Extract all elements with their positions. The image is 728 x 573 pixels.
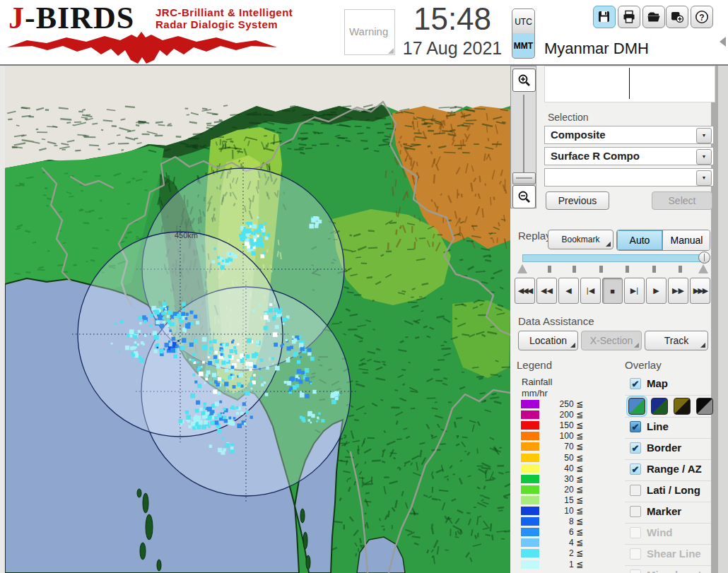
- fast-rewind-button[interactable]: ◀◀: [536, 278, 557, 304]
- legend-row: 6 ≦: [517, 528, 594, 538]
- overlay-item-range-az: ✔Range / AZ: [625, 460, 711, 481]
- svg-text:450km: 450km: [175, 231, 198, 240]
- fastest-rewind-button[interactable]: ◀◀◀: [515, 278, 535, 304]
- legend-color-swatch: [521, 400, 539, 408]
- print-button[interactable]: [618, 6, 640, 28]
- overlay-item-label: Border: [647, 442, 681, 454]
- legend-threshold: 250 ≦: [541, 399, 583, 409]
- help-button[interactable]: ?: [691, 6, 713, 28]
- timeline-tick: [573, 266, 576, 273]
- timeline-tick: [548, 266, 551, 273]
- legend-threshold: 70 ≦: [541, 442, 583, 451]
- legend-row: 30 ≦: [517, 475, 594, 485]
- previous-button[interactable]: Previous: [546, 191, 609, 210]
- overlay-item-lati-long: Lati / Long: [625, 481, 711, 502]
- checkbox[interactable]: ✔: [630, 378, 641, 389]
- product-category-dropdown[interactable]: Composite ▼: [544, 126, 714, 144]
- legend-color-swatch: [521, 421, 539, 430]
- zoom-slider-track[interactable]: [523, 95, 524, 175]
- replay-timeline-track[interactable]: [522, 254, 709, 262]
- chevron-down-icon[interactable]: ▼: [696, 149, 712, 165]
- menu-fold-icon: [634, 343, 639, 348]
- legend-row: 4 ≦: [517, 538, 594, 548]
- legend-label: Legend: [517, 359, 552, 371]
- checkbox[interactable]: [630, 506, 641, 517]
- play-reverse-button[interactable]: ◀: [558, 278, 579, 304]
- overlay-item-label: Shear Line: [647, 548, 701, 560]
- eagle-logo-icon: [6, 31, 280, 64]
- panel-collapse-arrow-icon[interactable]: [720, 37, 726, 47]
- x-section-button[interactable]: X-Section: [581, 331, 642, 350]
- chevron-down-icon[interactable]: ▼: [696, 170, 712, 186]
- step-forward-button[interactable]: ▶|: [624, 278, 645, 304]
- manual-mode-button[interactable]: Manual: [664, 230, 710, 250]
- fastest-forward-button[interactable]: ▶▶▶: [690, 278, 710, 304]
- product-type-dropdown[interactable]: Surface R Compo ▼: [544, 147, 714, 165]
- legend-row: 50 ≦: [517, 454, 594, 463]
- legend-threshold: 4 ≦: [541, 538, 583, 548]
- fast-forward-button[interactable]: ▶▶: [668, 278, 688, 304]
- timeline-end-marker[interactable]: [698, 264, 708, 273]
- zoom-out-button[interactable]: [512, 185, 536, 208]
- overlay-item-label: Lati / Long: [647, 484, 700, 496]
- add-window-button[interactable]: [666, 6, 688, 28]
- track-button[interactable]: Track: [645, 331, 708, 350]
- map-style-swatch-2[interactable]: [651, 398, 668, 415]
- select-button[interactable]: Select: [652, 191, 712, 210]
- legend-row: 1 ≦: [517, 560, 594, 570]
- timeline-tick: [652, 266, 656, 273]
- map-style-swatch-1[interactable]: [628, 398, 645, 415]
- radar-map-canvas[interactable]: 450km: [5, 66, 510, 573]
- site-info-box[interactable]: [544, 66, 715, 102]
- utc-timezone-button[interactable]: UTC: [512, 8, 535, 34]
- timeline-tick: [679, 266, 682, 273]
- legend-color-swatch: [521, 549, 539, 557]
- overlay-item-border: ✔Border: [625, 439, 711, 460]
- save-button[interactable]: [593, 6, 616, 28]
- legend-threshold: 20 ≦: [541, 485, 583, 495]
- legend-color-swatch: [521, 442, 539, 451]
- overlay-item-label: Line: [647, 420, 669, 432]
- replay-label: Replay: [518, 230, 551, 242]
- window-right-margin: [718, 66, 728, 573]
- stop-button[interactable]: ■: [602, 278, 623, 304]
- map-style-swatch-3[interactable]: [674, 398, 691, 415]
- checkbox[interactable]: ✔: [630, 421, 641, 432]
- legend-color-swatch: [521, 496, 539, 504]
- data-assistance-label: Data Assistance: [518, 315, 594, 327]
- checkbox[interactable]: ✔: [630, 463, 641, 475]
- bookmark-button[interactable]: Bookmark: [548, 230, 613, 249]
- location-button[interactable]: Location: [518, 331, 578, 350]
- legend-row: 250 ≦: [517, 400, 594, 410]
- replay-timeline-handle[interactable]: [698, 252, 710, 264]
- legend-threshold: 40 ≦: [541, 463, 583, 473]
- product-option-dropdown[interactable]: ▼: [544, 168, 714, 187]
- legend-threshold: 6 ≦: [541, 527, 583, 537]
- checkbox[interactable]: [630, 485, 641, 496]
- map-zoom-control: [510, 66, 536, 208]
- mmt-timezone-button[interactable]: MMT: [512, 33, 535, 59]
- svg-text:?: ?: [699, 13, 704, 23]
- timeline-start-marker[interactable]: [517, 264, 527, 273]
- step-back-button[interactable]: |◀: [580, 278, 601, 304]
- site-title: Myanmar DMH: [544, 40, 649, 58]
- save-icon: [597, 10, 611, 24]
- checkbox[interactable]: ✔: [630, 442, 641, 454]
- auto-mode-button[interactable]: Auto: [617, 230, 663, 250]
- chevron-down-icon[interactable]: ▼: [696, 128, 712, 143]
- menu-fold-icon: [700, 343, 705, 348]
- play-button[interactable]: ▶: [646, 278, 667, 304]
- map-style-swatch-4[interactable]: [696, 398, 713, 415]
- checkbox: [630, 527, 641, 538]
- legend-color-swatch: [521, 560, 539, 569]
- zoom-slider-handle[interactable]: [512, 172, 536, 184]
- legend-threshold: 15 ≦: [541, 495, 583, 505]
- zoom-in-button[interactable]: [512, 69, 536, 92]
- open-file-button[interactable]: [642, 6, 665, 28]
- legend-color-swatch: [521, 432, 539, 440]
- dropdown-value: Composite: [551, 129, 606, 141]
- jbirds-application: 450km Myanmar DMH Selection Composite ▼: [0, 0, 728, 573]
- overlay-label: Overlay: [625, 359, 662, 371]
- radar-map[interactable]: 450km: [5, 66, 510, 573]
- warning-panel[interactable]: Warning: [344, 9, 395, 55]
